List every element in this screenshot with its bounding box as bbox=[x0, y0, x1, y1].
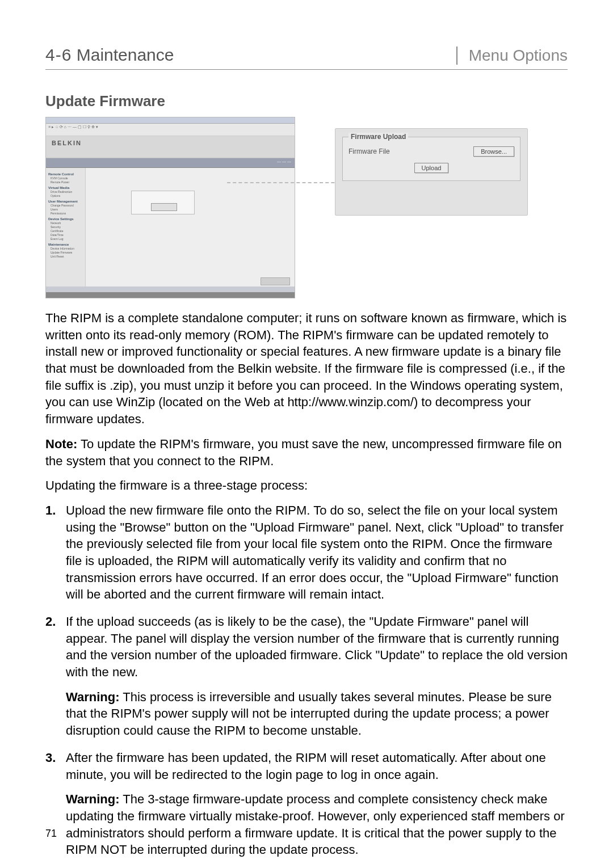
page-number: 71 bbox=[45, 828, 57, 840]
step-3-warning: Warning: The 3-stage firmware-update pro… bbox=[66, 791, 568, 858]
step-3-text: After the firmware has been updated, the… bbox=[66, 751, 546, 782]
firmware-file-label: Firmware File bbox=[349, 148, 390, 155]
step-2-text: If the upload succeeds (as is likely to … bbox=[66, 614, 568, 679]
admin-screenshot: ≡ ▸ ☆ ⟳ ⌂ ⋯ — ▢ ☐ ⚲ ⟰ ▾ BELKIN — — — Rem… bbox=[45, 117, 295, 298]
sidebar-group-head: Remote Control bbox=[48, 172, 83, 176]
step-3: After the firmware has been updated, the… bbox=[45, 749, 568, 858]
step-3-warning-text: The 3-stage firmware-update process and … bbox=[66, 792, 565, 857]
statusbar bbox=[46, 286, 295, 292]
step-2: If the upload succeeds (as is likely to … bbox=[45, 613, 568, 739]
firmware-upload-fieldset: Firmware Upload Firmware File Browse... … bbox=[342, 137, 520, 181]
section-number: 4-6 bbox=[45, 45, 72, 64]
header-left: 4-6 Maintenance bbox=[45, 45, 174, 65]
sidebar-item[interactable]: Remote Power bbox=[51, 180, 83, 184]
taskbar bbox=[46, 292, 295, 298]
sidebar-item[interactable]: Unit Reset bbox=[51, 255, 83, 258]
sidebar-item[interactable]: KVM Console bbox=[51, 176, 83, 180]
sidebar-item[interactable]: Drive Redirection bbox=[51, 190, 83, 193]
breadcrumb-bar: — — — bbox=[46, 158, 295, 168]
note-text: To update the RIPM's firmware, you must … bbox=[45, 437, 562, 468]
sidebar-item[interactable]: Change Password bbox=[51, 204, 83, 207]
figure-row: ≡ ▸ ☆ ⟳ ⌂ ⋯ — ▢ ☐ ⚲ ⟰ ▾ BELKIN — — — Rem… bbox=[45, 117, 568, 298]
sidebar-item[interactable]: Users bbox=[51, 208, 83, 211]
sidebar-nav: Remote Control KVM Console Remote Power … bbox=[46, 168, 86, 293]
sidebar-item[interactable]: Update Firmware bbox=[51, 251, 83, 254]
body-text: The RIPM is a complete standalone comput… bbox=[45, 310, 568, 858]
sidebar-item[interactable]: Network bbox=[51, 221, 83, 225]
subbar-right: — — — bbox=[277, 159, 291, 163]
sidebar-item[interactable]: Certificate bbox=[51, 229, 83, 233]
page-header: 4-6 Maintenance Menu Options bbox=[45, 45, 568, 70]
brand-label: BELKIN bbox=[46, 136, 295, 158]
intro-paragraph: The RIPM is a complete standalone comput… bbox=[45, 310, 568, 428]
upload-button-mini[interactable] bbox=[151, 203, 177, 211]
step-1-text: Upload the new firmware file onto the RI… bbox=[66, 503, 564, 601]
step-2-warning: Warning: This process is irreversible an… bbox=[66, 689, 568, 739]
callout-connector-line bbox=[227, 182, 352, 183]
step-2-warning-text: This process is irreversible and usually… bbox=[66, 690, 552, 738]
note-paragraph: Note: To update the RIPM's firmware, you… bbox=[45, 436, 568, 469]
upload-panel-mini bbox=[131, 191, 195, 214]
sidebar-group-head: Maintenance bbox=[48, 243, 83, 246]
main-panel bbox=[86, 168, 295, 293]
note-label: Note: bbox=[45, 437, 77, 451]
firmware-upload-callout: Firmware Upload Firmware File Browse... … bbox=[335, 128, 528, 216]
section-title: Maintenance bbox=[77, 45, 174, 64]
steps-list: Upload the new firmware file onto the RI… bbox=[45, 502, 568, 858]
warning-label: Warning: bbox=[66, 792, 120, 806]
window-titlebar bbox=[46, 117, 295, 124]
sidebar-item[interactable]: Device Information bbox=[51, 247, 83, 250]
warning-label: Warning: bbox=[66, 690, 120, 704]
sidebar-group-head: Device Settings bbox=[48, 217, 83, 221]
upload-button[interactable]: Upload bbox=[414, 163, 449, 173]
sidebar-item[interactable]: Permissions bbox=[51, 212, 83, 215]
sidebar-item[interactable]: Options bbox=[51, 194, 83, 197]
sidebar-item[interactable]: Date/Time bbox=[51, 233, 83, 237]
browse-button[interactable]: Browse... bbox=[473, 146, 514, 157]
sidebar-group-head: Virtual Media bbox=[48, 186, 83, 189]
sidebar-item[interactable]: Security bbox=[51, 225, 83, 229]
process-intro: Updating the firmware is a three-stage p… bbox=[45, 477, 568, 494]
fieldset-legend: Firmware Upload bbox=[349, 133, 408, 141]
browser-toolbar: ≡ ▸ ☆ ⟳ ⌂ ⋯ — ▢ ☐ ⚲ ⟰ ▾ bbox=[46, 124, 295, 136]
header-right: Menu Options bbox=[456, 47, 568, 65]
sidebar-group-head: User Management bbox=[48, 200, 83, 203]
sidebar-item[interactable]: Event Log bbox=[51, 237, 83, 241]
language-selector[interactable] bbox=[261, 277, 290, 285]
section-heading: Update Firmware bbox=[45, 92, 568, 110]
step-1: Upload the new firmware file onto the RI… bbox=[45, 502, 568, 603]
